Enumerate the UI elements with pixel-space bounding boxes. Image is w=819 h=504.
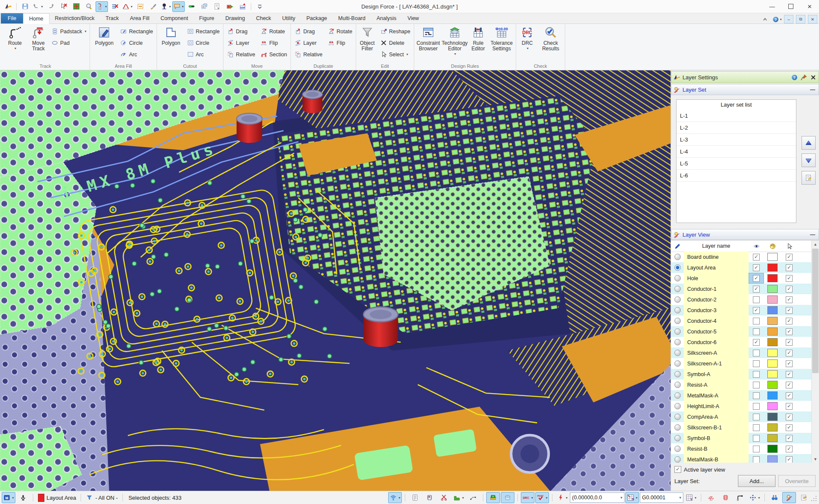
tab-file[interactable]: File: [1, 13, 23, 23]
flip-button[interactable]: Flip: [326, 37, 354, 49]
layer-name[interactable]: Layout Area: [684, 262, 749, 273]
layer-name[interactable]: Symbol-A: [684, 369, 749, 379]
drc-button[interactable]: DRC▾: [518, 25, 537, 50]
notes[interactable]: [408, 492, 422, 503]
help-button[interactable]: ▾: [772, 15, 781, 23]
active-layer-radio[interactable]: [674, 275, 681, 281]
selectable-checkbox[interactable]: [786, 275, 793, 282]
collapse-ribbon-button[interactable]: [760, 15, 770, 23]
pin-icon[interactable]: [800, 74, 807, 81]
pick-mode-button[interactable]: ▾: [96, 1, 108, 12]
toggle-display-button[interactable]: [185, 1, 197, 12]
layer-set-list[interactable]: Layer set list L-1L-2L-3L-4L-5L-6: [676, 99, 796, 223]
tab-area-fill[interactable]: Area Fill: [124, 13, 155, 23]
layer-set-item[interactable]: L-5: [677, 158, 796, 170]
visibility-checkbox[interactable]: [753, 435, 760, 442]
route-button[interactable]: Route▾: [3, 25, 27, 50]
active-layer-radio[interactable]: [674, 264, 681, 271]
active-layer-radio[interactable]: [674, 339, 681, 345]
active-layer-radio[interactable]: [674, 414, 681, 420]
layer-color-swatch[interactable]: [767, 402, 778, 410]
collapse-section-button[interactable]: —: [808, 86, 817, 93]
area-display[interactable]: ▾: [452, 492, 465, 503]
selectable-checkbox[interactable]: [786, 403, 793, 410]
active-layer-radio[interactable]: [674, 392, 681, 399]
select-button[interactable]: Select▾: [378, 49, 412, 60]
clean-brush-button[interactable]: [147, 1, 159, 12]
visibility-checkbox[interactable]: [753, 382, 760, 388]
delete-button[interactable]: Delete: [378, 37, 412, 49]
layer-set-item[interactable]: L-2: [677, 122, 796, 134]
layer-name[interactable]: MetalMask-A: [684, 390, 749, 401]
net-display[interactable]: [466, 492, 480, 503]
grid-value-input[interactable]: G0.00001▾: [640, 492, 683, 503]
grid-snap[interactable]: ▾: [625, 492, 639, 503]
active-layer-radio[interactable]: [674, 403, 681, 409]
visibility-checkbox[interactable]: [753, 339, 760, 346]
flip-view[interactable]: [704, 492, 718, 503]
tolerance-settings-button[interactable]: Tolerance Settings: [489, 25, 514, 52]
comment-button[interactable]: ▾: [172, 1, 185, 12]
resize-grip[interactable]: [811, 492, 817, 503]
rule-editor-button[interactable]: Rule Editor: [469, 25, 488, 52]
window-layout-button[interactable]: [198, 1, 210, 12]
active-layer-radio[interactable]: [674, 296, 681, 303]
layer-color-swatch[interactable]: [767, 349, 778, 357]
layer-name[interactable]: Symbol-B: [684, 433, 749, 443]
reshape-button[interactable]: Reshape: [378, 26, 412, 37]
selectable-checkbox[interactable]: [786, 414, 793, 420]
selectable-checkbox[interactable]: [786, 318, 793, 324]
layer-set-item[interactable]: L-3: [677, 134, 796, 146]
selectable-checkbox[interactable]: [786, 360, 793, 367]
layer-name[interactable]: Resist-B: [684, 443, 749, 454]
visibility-checkbox[interactable]: [753, 414, 760, 420]
via-display[interactable]: [501, 492, 514, 503]
visibility-checkbox[interactable]: [753, 360, 760, 367]
layer-set-item[interactable]: L-6: [677, 170, 796, 182]
curve-display-button[interactable]: ▾: [121, 1, 134, 12]
selectable-checkbox[interactable]: [786, 435, 793, 442]
selectable-checkbox[interactable]: [786, 286, 793, 293]
selectable-checkbox[interactable]: [786, 307, 793, 314]
customize-toolbar-button[interactable]: [253, 1, 266, 12]
pan-mode[interactable]: ▾: [748, 492, 761, 503]
scroll-down-arrow[interactable]: ▼: [812, 455, 819, 463]
scroll-up-arrow[interactable]: ▲: [812, 240, 819, 248]
circle-button[interactable]: Circle: [185, 37, 221, 49]
active-layer-radio[interactable]: [674, 424, 681, 431]
active-layer-view-checkbox[interactable]: [674, 466, 681, 473]
drag-button[interactable]: Drag: [225, 26, 257, 37]
layer-view-section-bar[interactable]: Layer View —: [671, 229, 819, 240]
selectable-checkbox[interactable]: [786, 382, 793, 388]
active-layer-radio[interactable]: [674, 254, 681, 260]
tab-multi-board[interactable]: Multi-Board: [333, 13, 371, 23]
visibility-checkbox[interactable]: [753, 403, 760, 410]
selectable-checkbox[interactable]: [786, 264, 793, 271]
polygon-button[interactable]: Polygon: [92, 25, 116, 46]
drag-button[interactable]: Drag: [293, 26, 324, 37]
flip-button[interactable]: Flip: [258, 37, 289, 49]
save-button[interactable]: [19, 1, 31, 12]
document-restore-button[interactable]: ⧉: [796, 15, 805, 23]
document-close-button[interactable]: ✕: [808, 15, 817, 23]
active-layer-radio[interactable]: [674, 360, 681, 367]
close-button[interactable]: ✕: [800, 0, 819, 13]
selectable-checkbox[interactable]: [786, 446, 793, 452]
active-layer-radio[interactable]: [674, 328, 681, 335]
component-display[interactable]: [423, 492, 436, 503]
layer-name[interactable]: Conductor-6: [684, 337, 749, 348]
layer-color-swatch[interactable]: [767, 381, 778, 389]
rectangle-button[interactable]: Rectangle: [185, 26, 221, 37]
cancel-selection-button[interactable]: [57, 1, 70, 12]
move-track-button[interactable]: Move Track: [29, 25, 48, 52]
selectable-checkbox[interactable]: [786, 328, 793, 335]
layer-name[interactable]: Hole: [684, 273, 749, 284]
move-up-button[interactable]: [802, 136, 816, 150]
selectable-checkbox[interactable]: [786, 456, 793, 463]
redo-button[interactable]: [44, 1, 57, 12]
selectable-checkbox[interactable]: [786, 371, 793, 378]
rotate-button[interactable]: Rotate: [326, 26, 354, 37]
active-layer[interactable]: Layout Area: [36, 494, 78, 502]
section-button[interactable]: Section: [258, 49, 289, 60]
route-mode[interactable]: [733, 492, 747, 503]
